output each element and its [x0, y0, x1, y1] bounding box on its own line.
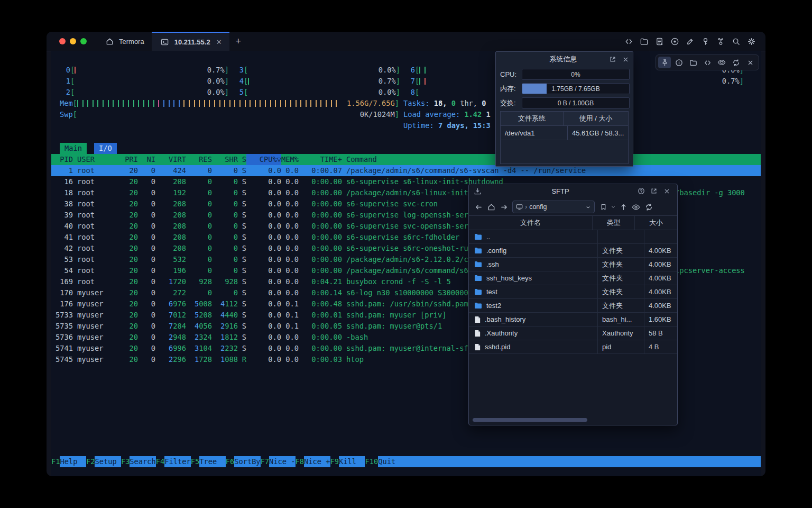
code-icon[interactable]	[701, 57, 714, 68]
folder-icon	[474, 233, 482, 240]
uptime: Uptime: 7 days, 15:3	[403, 120, 491, 131]
fkey-action-nice-[interactable]: Nice +	[304, 456, 330, 467]
settings-icon[interactable]	[745, 35, 757, 47]
chevron-down-icon	[585, 204, 591, 210]
file-row[interactable]: test2文件夹4.00KB	[469, 299, 677, 313]
file-type: pid	[598, 340, 644, 353]
close-icon[interactable]	[661, 186, 672, 196]
col-header-shr[interactable]: SHR	[212, 154, 238, 165]
bookmark-dropdown-icon[interactable]	[610, 201, 617, 213]
file-icon	[474, 316, 481, 323]
up-directory-icon[interactable]	[617, 201, 630, 213]
col-header-time[interactable]: TIME+	[299, 154, 342, 165]
fkey-label: F10	[365, 456, 378, 467]
log-icon[interactable]	[653, 35, 665, 47]
fkey-action-search[interactable]: Search	[130, 456, 155, 467]
close-icon[interactable]	[744, 57, 756, 68]
col-header-pri[interactable]: PRI	[116, 154, 138, 165]
file-type: 文件夹	[598, 244, 644, 257]
bookmark-icon[interactable]	[597, 201, 610, 213]
close-window-button[interactable]	[59, 38, 66, 44]
file-row[interactable]: .config文件夹4.00KB	[469, 244, 677, 258]
swap-meter: Swp[0K/1024M]	[60, 109, 399, 120]
fkey-action-help[interactable]: Help	[60, 456, 86, 467]
fs-name: /dev/vda1	[501, 126, 568, 140]
col-header-pid[interactable]: PID	[51, 154, 73, 165]
process-row[interactable]: 1root20042400S0.00.00:00.07/package/admi…	[51, 165, 761, 176]
system-info-titlebar: 系统信息	[496, 52, 633, 67]
file-row[interactable]: .XauthorityXauthority58 B	[469, 326, 677, 340]
horizontal-scrollbar[interactable]	[473, 418, 587, 422]
fkey-label: F9	[330, 456, 339, 467]
search-icon[interactable]	[730, 35, 742, 47]
nvidia-icon[interactable]	[715, 57, 728, 68]
col-header-ni[interactable]: NI	[138, 154, 155, 165]
file-row[interactable]: ..	[469, 230, 677, 244]
side-toolbar	[656, 55, 759, 70]
breadcrumb-separator: ›	[525, 203, 527, 211]
info-icon[interactable]	[672, 57, 685, 68]
path-breadcrumb[interactable]: › config	[512, 201, 595, 213]
tab-home[interactable]: Termora	[96, 32, 152, 51]
sysinfo-meter-row: 内存:1.75GB / 7.65GB	[500, 84, 630, 94]
fkey-label: F2	[86, 456, 95, 467]
file-row[interactable]: sshd.pidpid4 B	[469, 340, 677, 354]
tab-close-icon[interactable]: ✕	[216, 38, 222, 46]
edit-icon[interactable]	[684, 35, 696, 47]
file-row[interactable]: .bash_historybash_hi...1.60KB	[469, 313, 677, 326]
download-icon[interactable]	[472, 186, 483, 196]
col-type[interactable]: 类型	[593, 216, 635, 230]
folder-icon[interactable]	[638, 35, 650, 47]
fkey-action-tree[interactable]: Tree	[199, 456, 225, 467]
fkey-action-filter[interactable]: Filter	[164, 456, 190, 467]
sync-icon[interactable]	[730, 57, 742, 68]
open-in-window-icon[interactable]	[649, 186, 659, 196]
back-icon[interactable]	[472, 201, 485, 213]
key-icon[interactable]	[699, 35, 711, 47]
terminal-icon	[159, 36, 171, 48]
sysinfo-meter-row: 交换:0 B / 1.00GB	[500, 98, 630, 108]
file-size: 4.00KB	[644, 258, 677, 271]
tab-session-label: 10.211.55.2	[174, 38, 210, 46]
help-icon[interactable]	[636, 186, 647, 196]
fkey-action-setup[interactable]: Setup	[95, 456, 121, 467]
file-size: 58 B	[644, 326, 677, 340]
col-header-mem[interactable]: MEM%	[281, 154, 299, 165]
minimize-window-button[interactable]	[70, 38, 76, 44]
system-info-title: 系统信息	[496, 55, 607, 64]
home-icon[interactable]	[485, 201, 497, 213]
fkey-action-sortby[interactable]: SortBy	[234, 456, 260, 467]
code-icon[interactable]	[623, 35, 634, 47]
new-tab-button[interactable]: +	[229, 32, 248, 51]
col-header-s[interactable]: S	[238, 154, 246, 165]
file-row[interactable]: .ssh文件夹4.00KB	[469, 258, 677, 271]
pin-icon[interactable]	[658, 57, 671, 68]
htop-tab-main[interactable]: Main	[60, 143, 87, 154]
fkey-action-kill[interactable]: Kill	[339, 456, 365, 467]
col-header-user[interactable]: USER	[77, 154, 116, 165]
htop-tab-io[interactable]: I/O	[94, 143, 117, 154]
tab-session[interactable]: 10.211.55.2 ✕	[152, 32, 229, 51]
refresh-icon[interactable]	[642, 201, 655, 213]
filesystem-table-header: 文件系统 使用 / 大小	[501, 112, 628, 126]
filesystem-row[interactable]: /dev/vda145.61GB / 58.3...	[501, 126, 628, 140]
forward-icon[interactable]	[497, 201, 510, 213]
show-hidden-icon[interactable]	[630, 201, 642, 213]
file-row[interactable]: test文件夹4.00KB	[469, 285, 677, 299]
col-filename[interactable]: 文件名	[469, 216, 593, 230]
folder-icon[interactable]	[687, 57, 699, 68]
record-icon[interactable]	[669, 35, 680, 47]
col-header-virt[interactable]: VIRT	[155, 154, 186, 165]
keychain-icon[interactable]	[715, 35, 726, 47]
file-row[interactable]: ssh_host_keys文件夹4.00KB	[469, 271, 677, 285]
sftp-title: SFTP	[485, 187, 636, 195]
fkey-action-nice-[interactable]: Nice -	[269, 456, 295, 467]
maximize-window-button[interactable]	[80, 38, 87, 44]
col-header-cpu[interactable]: CPU%▽	[246, 154, 281, 165]
close-icon[interactable]	[620, 54, 631, 65]
col-size[interactable]: 大小	[635, 216, 677, 230]
tasks-summary: Tasks: 18, 0 thr, 0	[403, 98, 486, 109]
fkey-action-quit[interactable]: Quit	[378, 456, 761, 467]
col-header-res[interactable]: RES	[186, 154, 212, 165]
open-in-window-icon[interactable]	[607, 54, 618, 65]
